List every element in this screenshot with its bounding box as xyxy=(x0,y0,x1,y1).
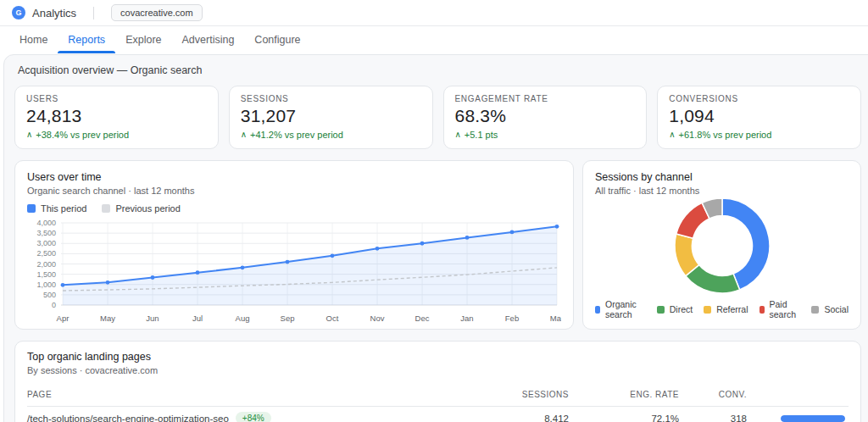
svg-text:500: 500 xyxy=(43,291,56,299)
table-row[interactable]: /tech-solutions/search-engine-optimizati… xyxy=(27,407,849,422)
tab-reports[interactable]: Reports xyxy=(58,26,115,53)
legend-item-previous-period[interactable]: Previous period xyxy=(102,203,180,214)
tab-advertising[interactable]: Advertising xyxy=(172,26,245,53)
legend-item-social[interactable]: Social xyxy=(811,299,849,319)
legend-swatch xyxy=(102,204,110,213)
svg-text:Feb: Feb xyxy=(505,314,519,323)
table-subtitle: By sessions · covacreative.com xyxy=(27,365,849,375)
sessions-bar-track xyxy=(781,415,845,422)
topbar-divider xyxy=(93,7,94,19)
col-header-conv-: CONV. xyxy=(679,390,747,399)
kpi-delta-text: +41.2% vs prev period xyxy=(250,130,343,140)
svg-text:Mar: Mar xyxy=(550,314,561,323)
legend-swatch xyxy=(704,306,711,314)
legend-item-referral[interactable]: Referral xyxy=(704,299,748,319)
analytics-logo-icon: G xyxy=(12,6,25,19)
legend-label: Social xyxy=(824,304,849,314)
app-name: Analytics xyxy=(32,7,76,19)
svg-text:2,000: 2,000 xyxy=(36,260,56,269)
kpi-delta-text: +5.1 pts xyxy=(465,130,498,140)
kpi-card-sessions: SESSIONS31,207∧+41.2% vs prev period xyxy=(229,86,433,149)
svg-text:Apr: Apr xyxy=(57,314,70,323)
donut-legend: Organic searchDirectReferralPaid searchS… xyxy=(595,299,849,319)
trend-up-icon: ∧ xyxy=(455,130,461,139)
line-chart-title: Users over time xyxy=(27,171,561,183)
svg-text:1,000: 1,000 xyxy=(36,280,56,289)
kpi-value: 1,094 xyxy=(669,106,849,126)
legend-label: Referral xyxy=(716,304,748,314)
kpi-card-engagement-rate: ENGAGEMENT RATE68.3%∧+5.1 pts xyxy=(443,86,648,149)
sessions-cell: 8,412 xyxy=(484,414,569,422)
kpi-label: SESSIONS xyxy=(241,94,421,103)
svg-text:1,500: 1,500 xyxy=(36,270,56,279)
donut-chart-title: Sessions by channel xyxy=(595,171,849,183)
kpi-delta: ∧+38.4% vs prev period xyxy=(26,130,207,140)
top-app-bar: G Analytics covacreative.com xyxy=(0,0,868,26)
kpi-card-users: USERS24,813∧+38.4% vs prev period xyxy=(14,86,219,149)
kpi-value: 68.3% xyxy=(455,106,636,126)
primary-nav: HomeReportsExploreAdvertisingConfigure xyxy=(0,26,868,53)
kpi-card-conversions: CONVERSIONS1,094∧+61.8% vs prev period xyxy=(657,86,861,149)
kpi-delta-text: +61.8% vs prev period xyxy=(679,130,772,140)
kpi-delta: ∧+5.1 pts xyxy=(455,130,636,140)
kpi-delta: ∧+41.2% vs prev period xyxy=(241,130,421,140)
svg-text:0: 0 xyxy=(52,301,56,309)
col-header-page: PAGE xyxy=(27,390,484,399)
section-title: Acquisition overview — Organic search xyxy=(18,64,861,76)
sessions-bar-fill xyxy=(781,415,845,422)
legend-label: Organic search xyxy=(605,299,646,319)
svg-text:Oct: Oct xyxy=(326,314,339,323)
legend-swatch xyxy=(811,306,819,314)
svg-text:May: May xyxy=(100,314,115,323)
table-header-row: PAGESESSIONSENG. RATECONV. xyxy=(27,385,849,407)
svg-text:Sep: Sep xyxy=(281,314,295,323)
svg-text:Dec: Dec xyxy=(415,314,430,323)
legend-swatch xyxy=(760,306,765,314)
legend-swatch xyxy=(657,306,665,314)
charts-row: Users over time Organic search channel ·… xyxy=(14,160,861,330)
conv-cell: 318 xyxy=(679,414,747,422)
donut-wrap xyxy=(595,196,849,297)
kpi-label: USERS xyxy=(26,94,207,103)
growth-badge: +84% xyxy=(236,412,271,422)
sessions-by-channel-card: Sessions by channel All traffic · last 1… xyxy=(582,160,861,330)
legend-item-organic-search[interactable]: Organic search xyxy=(595,299,646,319)
users-over-time-card: Users over time Organic search channel ·… xyxy=(14,160,574,330)
kpi-row: USERS24,813∧+38.4% vs prev periodSESSION… xyxy=(14,86,861,149)
trend-up-icon: ∧ xyxy=(669,130,675,139)
kpi-delta: ∧+61.8% vs prev period xyxy=(669,130,849,140)
legend-swatch xyxy=(595,306,600,314)
svg-text:4,000: 4,000 xyxy=(36,219,56,227)
trend-up-icon: ∧ xyxy=(241,130,247,139)
svg-text:Jan: Jan xyxy=(460,314,473,323)
col-header-eng-rate: ENG. RATE xyxy=(569,390,679,399)
page-path-cell: /tech-solutions/search-engine-optimizati… xyxy=(27,412,484,422)
property-selector-chip[interactable]: covacreative.com xyxy=(111,4,203,21)
kpi-value: 24,813 xyxy=(26,106,207,126)
svg-text:Aug: Aug xyxy=(236,314,250,323)
kpi-label: ENGAGEMENT RATE xyxy=(455,94,636,103)
table-body: /tech-solutions/search-engine-optimizati… xyxy=(27,407,849,422)
sessions-bar-cell xyxy=(747,415,849,422)
trend-up-icon: ∧ xyxy=(26,130,32,139)
eng-rate-cell: 72.1% xyxy=(569,414,679,422)
svg-text:Nov: Nov xyxy=(370,314,385,323)
users-over-time-chart: 05001,0001,5002,0002,5003,0003,5004,000A… xyxy=(27,218,561,326)
line-chart-legend: This periodPrevious period xyxy=(27,203,561,214)
legend-label: This period xyxy=(41,203,86,214)
legend-item-this-period[interactable]: This period xyxy=(27,203,86,214)
tab-explore[interactable]: Explore xyxy=(115,26,171,53)
tab-home[interactable]: Home xyxy=(9,26,58,53)
svg-text:Jul: Jul xyxy=(192,314,203,323)
legend-label: Previous period xyxy=(115,203,180,214)
col-header-sessions: SESSIONS xyxy=(484,390,569,399)
svg-text:3,500: 3,500 xyxy=(36,229,56,237)
page-path-link[interactable]: /tech-solutions/search-engine-optimizati… xyxy=(27,414,229,422)
tab-configure[interactable]: Configure xyxy=(244,26,310,53)
legend-item-paid-search[interactable]: Paid search xyxy=(760,299,801,319)
kpi-value: 31,207 xyxy=(241,106,421,126)
legend-item-direct[interactable]: Direct xyxy=(657,299,693,319)
table-title: Top organic landing pages xyxy=(27,351,849,363)
report-panel: Acquisition overview — Organic search US… xyxy=(3,54,868,422)
kpi-delta-text: +38.4% vs prev period xyxy=(36,130,129,140)
